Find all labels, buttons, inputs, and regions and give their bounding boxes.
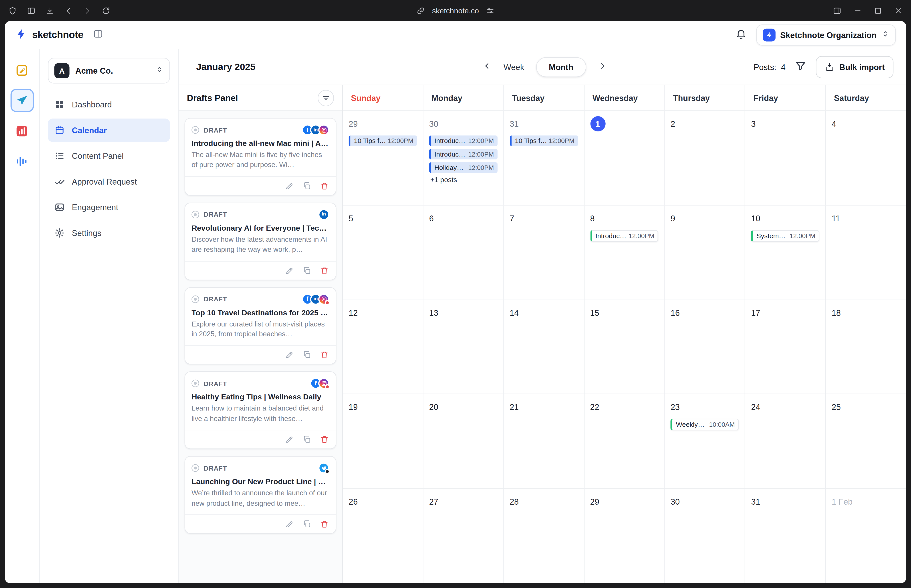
- calendar-cell[interactable]: 12: [343, 300, 423, 394]
- forward-icon[interactable]: [83, 6, 92, 15]
- site-settings-icon[interactable]: [486, 6, 495, 15]
- draft-radio-button[interactable]: [192, 126, 199, 134]
- sidebar-toggle-icon[interactable]: [27, 6, 36, 15]
- month-view-button[interactable]: Month: [536, 57, 586, 77]
- url-text[interactable]: sketchnote.co: [432, 6, 479, 15]
- download-icon[interactable]: [45, 6, 54, 15]
- draft-card[interactable]: DRAFT in Revolutionary AI for Everyone |…: [184, 203, 336, 280]
- duplicate-icon[interactable]: [302, 520, 311, 528]
- calendar-cell[interactable]: 29: [584, 489, 665, 583]
- calendar-cell[interactable]: 4: [826, 111, 906, 205]
- calendar-event[interactable]: Introduc…12:00PM: [429, 149, 497, 160]
- duplicate-icon[interactable]: [302, 351, 311, 359]
- workspace-switcher[interactable]: A Acme Co.: [48, 58, 170, 84]
- more-posts-label[interactable]: +1 posts: [429, 176, 497, 184]
- draft-card[interactable]: DRAFT fin Introducing the all-new Mac mi…: [184, 118, 336, 195]
- calendar-cell[interactable]: 7: [504, 205, 584, 300]
- back-icon[interactable]: [64, 6, 73, 15]
- rail-notes-app-icon[interactable]: [10, 58, 34, 82]
- minimize-button[interactable]: [853, 6, 862, 15]
- bulk-import-button[interactable]: Bulk import: [816, 56, 894, 78]
- edit-icon[interactable]: [285, 520, 294, 528]
- calendar-cell[interactable]: 3: [745, 111, 826, 205]
- calendar-cell[interactable]: 30Introduc…12:00PMIntroduc…12:00PMHolida…: [423, 111, 504, 205]
- sidebar-item-dashboard[interactable]: Dashboard: [48, 93, 170, 116]
- sidebar-item-engagement[interactable]: Engagement: [48, 196, 170, 219]
- calendar-event[interactable]: System…12:00PM: [751, 230, 819, 242]
- calendar-cell[interactable]: 18: [826, 300, 906, 394]
- rail-audio-app-icon[interactable]: [10, 149, 34, 173]
- reload-icon[interactable]: [102, 6, 110, 15]
- draft-radio-button[interactable]: [192, 295, 199, 303]
- draft-radio-button[interactable]: [192, 464, 199, 472]
- edit-icon[interactable]: [285, 351, 294, 359]
- calendar-cell[interactable]: 2: [665, 111, 745, 205]
- calendar-cell[interactable]: 21: [504, 394, 584, 489]
- edit-icon[interactable]: [285, 435, 294, 444]
- calendar-cell[interactable]: 10System…12:00PM: [745, 205, 826, 300]
- calendar-cell[interactable]: 14: [504, 300, 584, 394]
- calendar-cell[interactable]: 31: [745, 489, 826, 583]
- calendar-event[interactable]: Holiday…12:00PM: [429, 162, 497, 173]
- week-view-button[interactable]: Week: [504, 62, 524, 72]
- calendar-cell[interactable]: 30: [665, 489, 745, 583]
- calendar-cell[interactable]: 2910 Tips f…12:00PM: [343, 111, 423, 205]
- delete-icon[interactable]: [320, 266, 329, 275]
- app-logo[interactable]: sketchnote: [15, 28, 83, 42]
- rail-scheduler-app-icon[interactable]: [10, 89, 34, 112]
- calendar-cell[interactable]: 11: [826, 205, 906, 300]
- delete-icon[interactable]: [320, 435, 329, 444]
- sidebar-item-approval-request[interactable]: Approval Request: [48, 170, 170, 193]
- draft-card[interactable]: DRAFT Launching Our New Product Line | B…: [184, 456, 336, 534]
- next-month-button[interactable]: [598, 61, 607, 73]
- calendar-cell[interactable]: 22: [584, 394, 665, 489]
- calendar-cell[interactable]: 27: [423, 489, 504, 583]
- delete-icon[interactable]: [320, 351, 329, 359]
- calendar-cell[interactable]: 20: [423, 394, 504, 489]
- panel-icon[interactable]: [833, 6, 842, 15]
- calendar-cell[interactable]: 17: [745, 300, 826, 394]
- rail-analytics-app-icon[interactable]: [10, 119, 34, 142]
- sidebar-item-calendar[interactable]: Calendar: [48, 118, 170, 142]
- duplicate-icon[interactable]: [302, 266, 311, 275]
- draft-card[interactable]: DRAFT fin Top 10 Travel Destinations for…: [184, 287, 336, 365]
- prev-month-button[interactable]: [482, 61, 492, 73]
- filter-icon[interactable]: [795, 60, 807, 74]
- calendar-cell[interactable]: 6: [423, 205, 504, 300]
- organization-switcher[interactable]: Sketchnote Organization: [756, 24, 896, 45]
- duplicate-icon[interactable]: [302, 181, 311, 190]
- calendar-event[interactable]: Introduc…12:00PM: [429, 136, 497, 146]
- edit-icon[interactable]: [285, 181, 294, 190]
- calendar-cell[interactable]: 3110 Tips f…12:00PM: [504, 111, 584, 205]
- notifications-bell-icon[interactable]: [735, 28, 747, 42]
- calendar-cell[interactable]: 1: [584, 111, 665, 205]
- draft-radio-button[interactable]: [192, 380, 199, 388]
- delete-icon[interactable]: [320, 520, 329, 528]
- calendar-cell[interactable]: 24: [745, 394, 826, 489]
- calendar-cell[interactable]: 8Introduc…12:00PM: [584, 205, 665, 300]
- draft-radio-button[interactable]: [192, 211, 199, 218]
- calendar-cell[interactable]: 5: [343, 205, 423, 300]
- calendar-cell[interactable]: 15: [584, 300, 665, 394]
- edit-icon[interactable]: [285, 266, 294, 275]
- draft-card[interactable]: DRAFT f Healthy Eating Tips | Wellness D…: [184, 372, 336, 449]
- calendar-event[interactable]: 10 Tips f…12:00PM: [510, 136, 578, 146]
- delete-icon[interactable]: [320, 181, 329, 190]
- calendar-cell[interactable]: 9: [665, 205, 745, 300]
- layout-toggle-icon[interactable]: [93, 29, 103, 42]
- sidebar-item-settings[interactable]: Settings: [48, 221, 170, 245]
- calendar-event[interactable]: Introduc…12:00PM: [590, 230, 658, 242]
- shield-icon[interactable]: [8, 6, 17, 15]
- calendar-cell[interactable]: 28: [504, 489, 584, 583]
- drafts-menu-button[interactable]: [318, 90, 334, 106]
- maximize-button[interactable]: [874, 6, 882, 15]
- duplicate-icon[interactable]: [302, 435, 311, 444]
- calendar-cell[interactable]: 25: [826, 394, 906, 489]
- calendar-cell[interactable]: 19: [343, 394, 423, 489]
- calendar-cell[interactable]: 1 Feb: [826, 489, 906, 583]
- calendar-cell[interactable]: 26: [343, 489, 423, 583]
- calendar-event[interactable]: Weekly…10:00AM: [670, 419, 739, 431]
- close-button[interactable]: [894, 6, 903, 15]
- calendar-cell[interactable]: 16: [665, 300, 745, 394]
- calendar-event[interactable]: 10 Tips f…12:00PM: [349, 136, 417, 146]
